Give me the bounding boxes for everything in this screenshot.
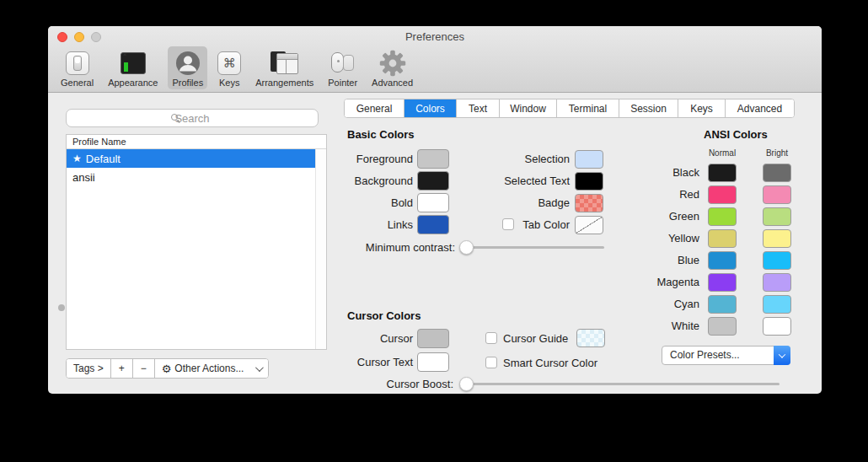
selection-color-well[interactable] — [575, 150, 603, 169]
toolbar-label: Keys — [219, 78, 239, 88]
add-profile-button[interactable]: + — [111, 359, 133, 378]
ansi-yellow-normal-well[interactable] — [708, 229, 737, 248]
profile-row-default[interactable]: ★ Default — [67, 149, 315, 168]
cursor-boost-label: Cursor Boost: — [327, 374, 453, 394]
ansi-bright-header: Bright — [752, 148, 802, 158]
ansi-white-normal-well[interactable] — [708, 317, 737, 336]
ansi-black-normal-well[interactable] — [708, 164, 737, 182]
arrangements-icon — [271, 49, 299, 77]
toolbar-label: Appearance — [108, 78, 158, 88]
toolbar-item-pointer[interactable]: Pointer — [324, 46, 362, 89]
tab-keys[interactable]: Keys — [678, 99, 726, 117]
cursor-text-label: Cursor Text — [287, 352, 413, 372]
cursor-colors-heading: Cursor Colors — [347, 309, 421, 322]
ansi-red-normal-well[interactable] — [708, 185, 737, 204]
badge-label: Badge — [443, 193, 570, 212]
smart-cursor-color-checkbox[interactable] — [485, 357, 497, 368]
ansi-normal-header: Normal — [697, 148, 747, 158]
tab-color-well[interactable] — [575, 216, 603, 234]
ansi-blue-bright-well[interactable] — [763, 251, 791, 270]
background-label: Background — [287, 171, 413, 191]
tab-text[interactable]: Text — [457, 99, 500, 117]
tags-button[interactable]: Tags > — [67, 359, 111, 378]
minimum-contrast-slider[interactable] — [459, 240, 604, 255]
ansi-blue-normal-well[interactable] — [708, 251, 737, 270]
ansi-white-label: White — [640, 317, 699, 336]
color-presets-dropdown[interactable]: Color Presets... — [662, 346, 790, 365]
toolbar-item-appearance[interactable]: Appearance — [104, 46, 162, 89]
chevron-down-icon — [255, 363, 264, 372]
other-actions-dropdown[interactable]: ⚙ Other Actions... — [155, 359, 269, 378]
profile-row-ansii[interactable]: ansii — [67, 168, 315, 186]
tab-general[interactable]: General — [345, 99, 405, 117]
tab-window[interactable]: Window — [500, 99, 557, 117]
ansi-yellow-bright-well[interactable] — [763, 229, 791, 248]
cursor-guide-checkbox[interactable] — [485, 332, 497, 344]
slider-knob[interactable] — [459, 240, 474, 255]
profile-name: Default — [86, 153, 121, 165]
toolbar-item-profiles[interactable]: Profiles — [168, 46, 207, 89]
ansi-magenta-bright-well[interactable] — [763, 273, 791, 292]
ansi-green-normal-well[interactable] — [708, 207, 737, 226]
toolbar-item-advanced[interactable]: Advanced — [367, 46, 417, 89]
keys-icon: ⌘ — [217, 49, 241, 77]
ansi-white-bright-well[interactable] — [763, 317, 791, 336]
cursor-boost-slider[interactable] — [459, 377, 780, 391]
ansi-red-bright-well[interactable] — [763, 185, 791, 204]
foreground-label: Foreground — [287, 149, 413, 169]
pane-splitter-dot[interactable] — [58, 304, 65, 311]
star-icon: ★ — [72, 153, 82, 164]
ansi-black-bright-well[interactable] — [763, 164, 791, 182]
content-area: Profile Name ★ Default ansii Tags > + − … — [48, 93, 822, 394]
toolbar-label: Profiles — [172, 78, 203, 88]
minimum-contrast-label: Minimum contrast: — [329, 238, 455, 257]
toolbar-label: General — [61, 78, 94, 88]
cursor-guide-color-well[interactable] — [576, 329, 605, 347]
ansi-yellow-label: Yellow — [640, 229, 699, 248]
badge-color-well[interactable] — [575, 194, 603, 212]
ansi-black-label: Black — [640, 164, 699, 182]
window-title: Preferences — [48, 30, 822, 43]
tab-advanced[interactable]: Advanced — [726, 99, 794, 117]
toolbar-label: Pointer — [328, 78, 357, 88]
toolbar-label: Advanced — [372, 78, 413, 88]
toolbar-item-keys[interactable]: ⌘ Keys — [213, 46, 245, 89]
profile-name: ansii — [72, 171, 95, 184]
links-label: Links — [287, 215, 413, 234]
cursor-guide-label: Cursor Guide — [503, 332, 568, 345]
gear-icon: ⚙ — [162, 363, 172, 375]
chevron-down-icon — [774, 346, 790, 365]
pointer-icon — [330, 49, 356, 77]
toolbar-item-general[interactable]: General — [56, 46, 98, 89]
slider-knob[interactable] — [459, 377, 474, 391]
search-input[interactable] — [66, 109, 319, 127]
cursor-label: Cursor — [287, 329, 413, 348]
ansi-cyan-normal-well[interactable] — [708, 295, 737, 314]
profile-tab-bar: General Colors Text Window Terminal Sess… — [344, 99, 795, 118]
profiles-icon — [175, 49, 201, 77]
ansi-green-label: Green — [640, 207, 699, 226]
ansi-cyan-bright-well[interactable] — [763, 295, 791, 314]
ansi-green-bright-well[interactable] — [763, 207, 791, 226]
general-icon — [66, 49, 89, 77]
basic-colors-heading: Basic Colors — [347, 128, 414, 141]
selected-text-color-well[interactable] — [575, 172, 603, 191]
ansi-magenta-normal-well[interactable] — [708, 273, 737, 292]
toolbar-item-arrangements[interactable]: Arrangements — [251, 46, 318, 89]
ansi-blue-label: Blue — [640, 251, 699, 270]
cursor-color-well[interactable] — [417, 329, 449, 348]
preferences-window: Preferences General Appearance — [48, 26, 822, 394]
tab-terminal[interactable]: Terminal — [557, 99, 619, 117]
smart-cursor-color-label: Smart Cursor Color — [503, 357, 597, 369]
tab-color-label: Tab Color — [443, 215, 570, 234]
remove-profile-button[interactable]: − — [133, 359, 155, 378]
ansi-cyan-label: Cyan — [640, 295, 699, 314]
toolbar: General Appearance — [56, 46, 417, 89]
tab-session[interactable]: Session — [619, 99, 678, 117]
bold-label: Bold — [287, 193, 413, 212]
tab-colors[interactable]: Colors — [405, 99, 457, 117]
appearance-icon — [121, 49, 146, 77]
ansi-red-label: Red — [640, 185, 699, 204]
cursor-text-color-well[interactable] — [417, 352, 449, 372]
advanced-icon — [379, 49, 406, 77]
